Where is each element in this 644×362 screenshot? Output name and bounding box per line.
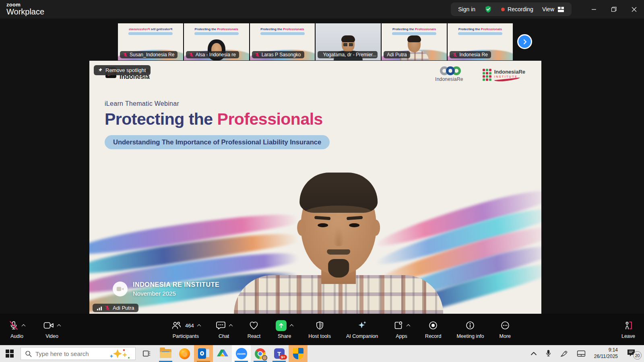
signal-bars-icon <box>97 306 102 311</box>
windows-logo-icon <box>6 350 14 358</box>
tray-mic-icon[interactable] <box>545 350 551 358</box>
slide-subtitle: Understanding The Importance of Professi… <box>105 135 330 149</box>
meeting-info-button[interactable]: Meeting info <box>456 320 484 339</box>
windows-security-icon <box>293 348 303 359</box>
record-icon <box>428 321 438 330</box>
participant-tile-alsa[interactable]: Protecting the Professionals Alsa - Indo… <box>184 23 249 60</box>
apps-button[interactable]: Apps <box>393 320 410 339</box>
chrome-button[interactable] <box>251 345 270 362</box>
chrome-icon <box>255 348 266 359</box>
logo-workplace-text: Workplace <box>6 8 44 16</box>
taskbar-clock[interactable]: 9:14 26/11/2025 <box>594 347 618 360</box>
restore-button[interactable] <box>604 0 624 19</box>
outlook-button[interactable] <box>194 345 213 362</box>
slide-title: Protecting the Professionals <box>105 110 330 129</box>
participant-tile-susan[interactable]: Protecting the Professionals Susan_Indon… <box>118 23 183 60</box>
participant-name-tag: Indonesia Re <box>450 51 491 58</box>
taskbar-search[interactable] <box>21 347 136 360</box>
muted-mic-icon <box>123 52 128 58</box>
start-button[interactable] <box>0 345 19 362</box>
chat-button[interactable]: Chat <box>216 320 232 339</box>
mic-muted-icon <box>9 320 19 331</box>
teams-button[interactable]: T 9+ <box>270 345 289 362</box>
camera-badge-icon <box>113 282 128 296</box>
slide-footer-brand: INDONESIA RE INSTITUTE November 2025 <box>113 281 219 297</box>
task-view-icon <box>142 350 151 358</box>
leave-button[interactable]: Leave <box>621 320 635 339</box>
chat-options-chevron[interactable] <box>229 324 233 328</box>
notification-count-badge: 20 <box>633 351 642 360</box>
speaker-name-tag: Adi Putra <box>93 304 138 312</box>
participant-tile-adi[interactable]: Protecting the Professionals Adi Putra <box>382 23 447 60</box>
dot-grid-icon <box>483 69 491 81</box>
slide-title-block: iLearn Thematic Webinar Protecting the P… <box>105 100 330 149</box>
participants-options-chevron[interactable] <box>197 324 201 328</box>
react-button[interactable]: React <box>248 320 261 339</box>
red-swoosh <box>494 77 520 82</box>
video-button[interactable]: Video <box>43 320 60 339</box>
windows-security-button[interactable] <box>289 345 308 362</box>
participant-name-tag: Adi Putra <box>384 51 410 58</box>
remove-spotlight-button[interactable]: Remove spotlight <box>94 65 151 75</box>
apps-icon <box>393 321 403 330</box>
tray-pen-icon[interactable] <box>560 350 568 358</box>
teams-badge: 9+ <box>279 355 287 360</box>
file-explorer-button[interactable] <box>156 345 175 362</box>
host-tools-button[interactable]: Host tools <box>308 320 331 339</box>
security-shield-icon[interactable] <box>484 5 492 13</box>
participant-tile-yogatama[interactable]: Yogatama, dr - Premier... <box>316 23 381 60</box>
participants-button[interactable]: 464 Participants <box>171 320 200 339</box>
heart-icon <box>249 321 259 330</box>
audio-button[interactable]: Audio <box>9 320 25 339</box>
more-button[interactable]: More <box>500 320 511 339</box>
tray-touchpad-icon[interactable] <box>577 350 586 357</box>
participant-name-tag: Susan_Indonesia Re <box>120 51 178 58</box>
muted-mic-icon <box>189 52 194 58</box>
recording-dot-icon <box>501 8 505 11</box>
zoom-workplace-logo: zoom Workplace <box>6 2 44 16</box>
share-options-chevron[interactable] <box>290 324 294 328</box>
meeting-toolbar: Audio Video 464 Participants Chat <box>0 314 644 345</box>
record-button[interactable]: Record <box>425 320 441 339</box>
notification-center-button[interactable]: 20 <box>626 349 638 358</box>
audio-options-chevron[interactable] <box>22 324 26 328</box>
next-page-button[interactable] <box>517 34 532 49</box>
system-tray: 9:14 26/11/2025 20 <box>530 345 644 362</box>
participant-tile-laras[interactable]: Protecting the Professionals Laras P Sas… <box>250 23 315 60</box>
logo-zoom-text: zoom <box>6 2 44 7</box>
ai-companion-button[interactable]: AI Companion <box>346 320 378 339</box>
view-button[interactable]: View <box>542 6 564 12</box>
tray-chevron-up-icon[interactable] <box>530 351 537 356</box>
view-label: View <box>542 6 554 12</box>
recording-indicator[interactable]: Recording <box>501 6 533 12</box>
slide-kicker: iLearn Thematic Webinar <box>105 100 330 107</box>
windows-taskbar: zoom T 9+ 9:14 26/11/2025 20 <box>0 345 644 362</box>
share-button[interactable]: Share <box>276 320 293 339</box>
participant-tile-indonesia-re[interactable]: Protecting the Professionals Indonesia R… <box>448 23 513 60</box>
info-icon <box>465 321 475 330</box>
video-options-chevron[interactable] <box>57 324 61 328</box>
zoom-app-button[interactable]: zoom <box>232 345 251 362</box>
close-button[interactable] <box>624 0 644 19</box>
search-input[interactable] <box>35 350 96 357</box>
muted-mic-icon <box>255 52 260 58</box>
task-view-button[interactable] <box>137 345 156 362</box>
minimize-button[interactable] <box>584 0 604 19</box>
apps-options-chevron[interactable] <box>407 324 411 328</box>
sign-in-button[interactable]: Sign in <box>458 6 475 12</box>
google-drive-icon <box>217 349 228 359</box>
google-drive-button[interactable] <box>213 345 232 362</box>
participant-name-tag: Yogatama, dr - Premier... <box>318 51 378 58</box>
muted-mic-icon <box>453 52 457 58</box>
participant-name-tag: Alsa - Indonesia re <box>186 51 239 58</box>
window-titlebar: zoom Workplace Sign in Recording View <box>0 0 644 19</box>
speaker-video <box>234 175 443 314</box>
pin-icon <box>97 68 103 73</box>
more-ellipsis-icon <box>500 321 510 330</box>
chrome-profile-avatar <box>262 355 268 361</box>
zoom-app-icon: zoom <box>236 348 247 359</box>
firefox-button[interactable] <box>175 345 194 362</box>
view-grid-icon <box>557 6 564 12</box>
leave-icon <box>623 320 633 331</box>
participant-name-tag: Laras P Sasongko <box>252 51 304 58</box>
